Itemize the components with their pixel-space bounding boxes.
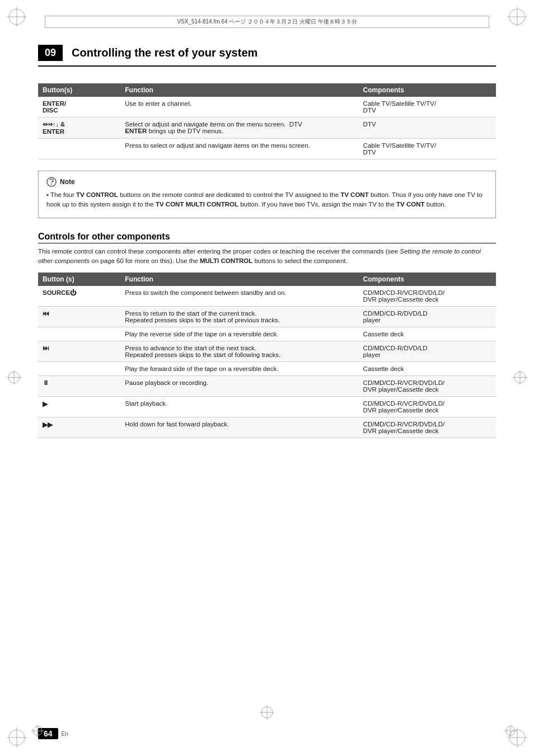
t2-r8-function: Hold down for fast forward playback. [120, 417, 358, 438]
t2-r3-function: Play the reverse side of the tape on a r… [120, 327, 358, 341]
t2-r4-function: Press to advance to the start of the nex… [120, 341, 358, 362]
t1-r1-button: ENTER/DISC [38, 97, 120, 118]
t2-r8-components: CD/MD/CD-R/VCR/DVD/LD/DVR player/Cassett… [359, 417, 496, 438]
t2-r7-components: CD/MD/CD-R/VCR/DVD/LD/DVR player/Cassett… [359, 397, 496, 417]
t2-r6-components: CD/MD/CD-R/VCR/DVD/LD/DVR player/Cassett… [359, 376, 496, 397]
t2-r8-button: ▶▶ [38, 417, 120, 438]
t2-r2-components: CD/MD/CD-R/DVD/LDplayer [359, 307, 496, 327]
chapter-title: Controlling the rest of your system [72, 46, 257, 59]
table2-body: SOURCE⏻ Press to switch the component be… [38, 286, 496, 438]
table-row: Play the reverse side of the tape on a r… [38, 327, 496, 341]
t2-r5-button [38, 362, 120, 376]
t2-r7-function: Start playback. [120, 397, 358, 417]
side-mark-left [6, 369, 22, 387]
table1-header-row: Button(s) Function Components [38, 83, 496, 97]
t1-r2-button: ⇔⇒↑↓ & ENTER [38, 118, 120, 139]
table1-col-button: Button(s) [38, 83, 120, 97]
table1: Button(s) Function Components ENTER/DISC… [38, 83, 496, 159]
t2-r4-button: ⏭ [38, 341, 120, 362]
table2-col-function: Function [120, 273, 358, 286]
t1-r3-components: Cable TV/Satellite TV/TV/DTV [359, 139, 496, 159]
t1-r3-function: Press to select or adjust and navigate i… [120, 139, 358, 159]
section2-intro: This remote control can control these co… [38, 247, 496, 266]
t2-r1-function: Press to switch the component between st… [120, 286, 358, 307]
note-title: Note [60, 178, 75, 186]
t1-r3-button [38, 139, 120, 159]
bottom-right-reg [504, 724, 517, 739]
chapter-number: 09 [38, 45, 63, 61]
t1-r2-components: DTV [359, 118, 496, 139]
corner-mark-bl [6, 726, 28, 750]
t2-r6-button: ⏸ [38, 376, 120, 397]
table2-head: Button (s) Function Components [38, 273, 496, 286]
t1-r1-components: Cable TV/Satellite TV/TV/DTV [359, 97, 496, 118]
table2-col-components: Components [359, 273, 496, 286]
section2-heading: Controls for other components [38, 232, 496, 243]
table-row: ⇔⇒↑↓ & ENTER Select or adjust and naviga… [38, 118, 496, 139]
t2-r6-function: Pause playback or recording. [120, 376, 358, 397]
t2-r5-components: Cassette deck [359, 362, 496, 376]
t2-r3-components: Cassette deck [359, 327, 496, 341]
side-mark-right [512, 369, 528, 387]
page-lang: En [62, 731, 68, 737]
corner-mark-tr [506, 6, 528, 30]
table2-col-button: Button (s) [38, 273, 120, 286]
file-info-text: VSX_514-814.fm 64 ページ ２００４年３月２日 火曜日 午後８時… [177, 18, 357, 25]
table2-header-row: Button (s) Function Components [38, 273, 496, 286]
file-info-bar: VSX_514-814.fm 64 ページ ２００４年３月２日 火曜日 午後８時… [45, 16, 489, 28]
t2-r4-components: CD/MD/CD-R/DVD/LDplayer [359, 341, 496, 362]
t2-r2-function: Press to return to the start of the curr… [120, 307, 358, 327]
table-row: ⏮ Press to return to the start of the cu… [38, 307, 496, 327]
table2: Button (s) Function Components SOURCE⏻ P… [38, 273, 496, 438]
note-box: Note • The four TV CONTROL buttons on th… [38, 171, 496, 218]
table-row: ▶▶ Hold down for fast forward playback. … [38, 417, 496, 438]
note-icon [46, 177, 57, 187]
table1-head: Button(s) Function Components [38, 83, 496, 97]
table1-col-components: Components [359, 83, 496, 97]
main-content: 09 Controlling the rest of your system B… [38, 45, 496, 711]
t2-r3-button [38, 327, 120, 341]
table-row: ENTER/DISC Use to enter a channel. Cable… [38, 97, 496, 118]
table-row: ⏸ Pause playback or recording. CD/MD/CD-… [38, 376, 496, 397]
t1-r2-function: Select or adjust and navigate items on t… [120, 118, 358, 139]
t2-r1-button: SOURCE⏻ [38, 286, 120, 307]
svg-point-22 [51, 184, 52, 185]
note-content: • The four TV CONTROL buttons on the rem… [46, 190, 488, 210]
page-wrapper: VSX_514-814.fm 64 ページ ２００４年３月２日 火曜日 午後８時… [0, 0, 534, 756]
note-bullet-1: • The four TV CONTROL buttons on the rem… [46, 190, 488, 210]
table1-col-function: Function [120, 83, 358, 97]
note-header: Note [46, 177, 488, 187]
t2-r1-components: CD/MD/CD-R/VCR/DVD/LD/DVR player/Cassett… [359, 286, 496, 307]
table1-body: ENTER/DISC Use to enter a channel. Cable… [38, 97, 496, 159]
table-row: ▶ Start playback. CD/MD/CD-R/VCR/DVD/LD/… [38, 397, 496, 417]
t1-r1-function: Use to enter a channel. [120, 97, 358, 118]
t2-r2-button: ⏮ [38, 307, 120, 327]
t2-r5-function: Play the forward side of the tape on a r… [120, 362, 358, 376]
bottom-left-reg [31, 724, 44, 739]
table-row: SOURCE⏻ Press to switch the component be… [38, 286, 496, 307]
table-row: Press to select or adjust and navigate i… [38, 139, 496, 159]
t2-r7-button: ▶ [38, 397, 120, 417]
table-row: ⏭ Press to advance to the start of the n… [38, 341, 496, 362]
corner-mark-tl [6, 6, 28, 30]
table-row: Play the forward side of the tape on a r… [38, 362, 496, 376]
chapter-header: 09 Controlling the rest of your system [38, 45, 496, 67]
